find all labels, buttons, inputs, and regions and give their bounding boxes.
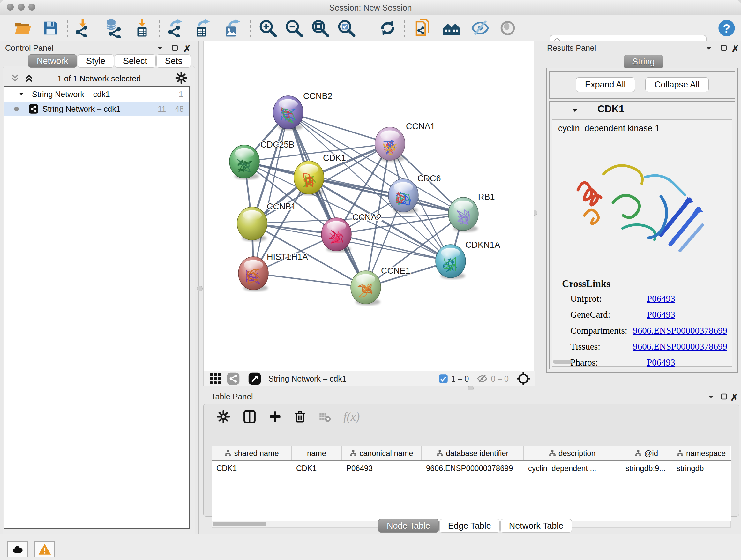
crosslink-value-link[interactable]: 9606.ENSP00000378699 bbox=[633, 341, 727, 352]
collapse-panel-icon[interactable] bbox=[707, 393, 715, 400]
tab-edge-table[interactable]: Edge Table bbox=[440, 519, 500, 533]
node-CCNB1[interactable] bbox=[237, 207, 267, 240]
table-cell[interactable]: 9606.ENSP00000378699 bbox=[421, 461, 524, 476]
section-expand-icon[interactable] bbox=[570, 107, 579, 114]
table-cell[interactable]: CDK1 bbox=[212, 461, 292, 476]
clone-network-button[interactable] bbox=[413, 18, 433, 38]
close-panel-icon[interactable]: ✗ bbox=[731, 392, 738, 403]
open-session-button[interactable] bbox=[13, 18, 32, 38]
node-CDC6[interactable] bbox=[388, 179, 418, 212]
network-collection-row[interactable]: String Network – cdk1 1 bbox=[4, 87, 189, 102]
node-HIST1H1A[interactable] bbox=[239, 257, 268, 290]
crosslink-value-link[interactable]: P06493 bbox=[647, 357, 675, 368]
float-panel-icon[interactable] bbox=[720, 44, 728, 52]
window-title: Session: New Session bbox=[0, 3, 741, 13]
protein-description: cyclin–dependent kinase 1 bbox=[558, 124, 660, 133]
network-options-gear-icon[interactable] bbox=[175, 71, 188, 84]
show-hide-button[interactable] bbox=[470, 18, 490, 38]
save-session-button[interactable] bbox=[41, 18, 61, 38]
column-header-name[interactable]: name bbox=[292, 446, 342, 460]
import-network-from-file-button[interactable] bbox=[73, 18, 92, 38]
string-home-button[interactable] bbox=[442, 18, 461, 38]
collapse-panel-icon[interactable] bbox=[156, 45, 164, 52]
column-header-description[interactable]: description bbox=[524, 446, 621, 460]
collapse-panel-icon[interactable] bbox=[704, 45, 713, 52]
network-row-selected[interactable]: String Network – cdk1 11 48 bbox=[4, 102, 189, 116]
disabled-view-button[interactable] bbox=[498, 18, 518, 38]
delete-column-icon[interactable] bbox=[293, 410, 307, 424]
table-header-row: shared namenamecanonical namedatabase id… bbox=[212, 446, 731, 461]
crosslink-value-link[interactable]: P06493 bbox=[647, 294, 675, 304]
table-cell[interactable]: stringdb bbox=[672, 461, 731, 476]
edge-HIST1H1A-CCNE1[interactable] bbox=[253, 273, 366, 287]
toolbar-separator bbox=[159, 20, 159, 37]
table-cell[interactable]: CDK1 bbox=[292, 461, 342, 476]
export-table-button[interactable] bbox=[192, 18, 212, 38]
table-panel-body: f(x) shared namenamecanonical namedataba… bbox=[203, 403, 739, 516]
string-network-graph[interactable]: CCNB2CCNA1CDC25BCDK1CDC6RB1CCNB1CCNA2CDK… bbox=[204, 41, 534, 371]
cloud-status-button[interactable] bbox=[7, 542, 28, 557]
tab-string[interactable]: String bbox=[623, 55, 664, 68]
crosshair-icon[interactable] bbox=[517, 372, 530, 385]
float-panel-icon[interactable] bbox=[720, 393, 728, 400]
tab-style[interactable]: Style bbox=[77, 54, 114, 68]
tab-network[interactable]: Network bbox=[28, 54, 77, 68]
edge-CCNA2-CDKN1A[interactable] bbox=[336, 234, 451, 261]
import-table-from-file-button[interactable] bbox=[132, 18, 152, 38]
close-panel-icon[interactable]: ✗ bbox=[183, 44, 191, 54]
zoom-out-button[interactable] bbox=[284, 18, 304, 38]
detach-view-icon[interactable] bbox=[248, 372, 261, 385]
table-cell[interactable]: stringdb:9... bbox=[621, 461, 672, 476]
node-CCNA1[interactable] bbox=[375, 127, 405, 160]
tab-sets[interactable]: Sets bbox=[156, 54, 191, 68]
inner-scrollbar-thumb[interactable] bbox=[553, 360, 572, 364]
collection-expand-icon[interactable] bbox=[18, 91, 25, 97]
node-gloss bbox=[279, 99, 298, 109]
export-network-button[interactable] bbox=[165, 18, 185, 38]
help-button[interactable]: ? bbox=[717, 18, 737, 38]
column-header-database-identifier[interactable]: database identifier bbox=[421, 446, 524, 460]
zoom-in-button[interactable] bbox=[258, 18, 278, 38]
network-canvas[interactable]: CCNB2CCNA1CDC25BCDK1CDC6RB1CCNB1CCNA2CDK… bbox=[203, 41, 534, 371]
node-CCNB2[interactable] bbox=[273, 96, 303, 129]
tab-node-table[interactable]: Node Table bbox=[378, 519, 439, 533]
table-row[interactable]: CDK1CDK1P064939606.ENSP00000378699cyclin… bbox=[212, 461, 731, 476]
network-share-icon[interactable] bbox=[226, 372, 240, 385]
export-image-button[interactable] bbox=[222, 18, 242, 38]
close-panel-icon[interactable]: ✗ bbox=[731, 44, 739, 54]
select-columns-icon[interactable] bbox=[243, 410, 257, 424]
left-splitter-handle[interactable] bbox=[197, 286, 203, 292]
selected-checkbox[interactable] bbox=[439, 374, 448, 383]
table-cell[interactable]: cyclin–dependent ... bbox=[524, 461, 621, 476]
column-header-shared-name[interactable]: shared name bbox=[212, 446, 292, 460]
open-folder-icon bbox=[13, 19, 32, 37]
column-header-canonical-name[interactable]: canonical name bbox=[342, 446, 421, 460]
node-CDC25B[interactable] bbox=[229, 145, 259, 178]
node-CCNA2[interactable] bbox=[321, 218, 351, 251]
node-CCNE1[interactable] bbox=[351, 271, 381, 304]
add-column-icon[interactable] bbox=[269, 410, 281, 423]
table-settings-gear-icon[interactable] bbox=[216, 410, 230, 424]
tab-select[interactable]: Select bbox=[115, 54, 156, 68]
float-panel-icon[interactable] bbox=[171, 44, 179, 52]
tab-network-table[interactable]: Network Table bbox=[500, 519, 572, 533]
crosslink-value-link[interactable]: P06493 bbox=[647, 309, 675, 320]
node-CDK1[interactable] bbox=[294, 161, 324, 194]
table-cell[interactable]: P06493 bbox=[342, 461, 421, 476]
column-header-namespace[interactable]: namespace bbox=[672, 446, 731, 460]
collapse-all-button[interactable]: Collapse All bbox=[645, 77, 709, 92]
apply-layout-button[interactable] bbox=[378, 18, 398, 38]
node-RB1[interactable] bbox=[448, 197, 478, 231]
zoom-fit-button[interactable] bbox=[310, 18, 330, 38]
expand-all-button[interactable]: Expand All bbox=[576, 77, 635, 92]
birdseye-grid-icon[interactable] bbox=[209, 373, 221, 385]
zoom-selected-button[interactable] bbox=[336, 18, 356, 38]
scrollbar-thumb[interactable] bbox=[212, 522, 266, 526]
edge-CCNB2-CCNA1[interactable] bbox=[288, 112, 390, 144]
column-header-id[interactable]: @id bbox=[621, 446, 672, 460]
import-network-from-database-button[interactable] bbox=[103, 18, 123, 38]
crosslink-value-link[interactable]: 9606.ENSP00000378699 bbox=[633, 325, 727, 336]
hidden-eye-icon[interactable] bbox=[477, 373, 488, 384]
warnings-button[interactable] bbox=[35, 542, 55, 557]
node-CDKN1A[interactable] bbox=[435, 245, 466, 278]
